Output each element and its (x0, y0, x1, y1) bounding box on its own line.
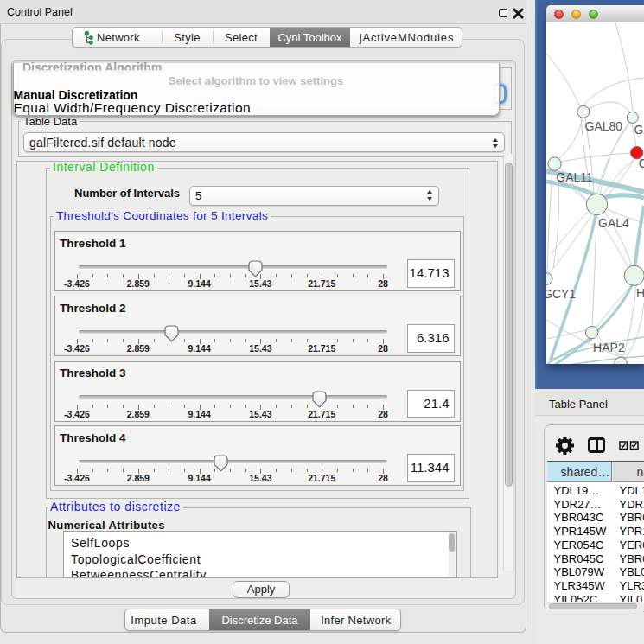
svg-text:HAP2: HAP2 (593, 341, 625, 354)
svg-text:GAL4: GAL4 (598, 216, 629, 230)
svg-text:GCY1: GCY1 (546, 287, 576, 301)
svg-text:GA: GA (634, 123, 644, 137)
svg-text:GAL80: GAL80 (585, 119, 623, 133)
svg-text:GAL11: GAL11 (556, 170, 593, 184)
svg-text:CY: CY (639, 156, 644, 170)
svg-text:HA: HA (636, 286, 644, 300)
